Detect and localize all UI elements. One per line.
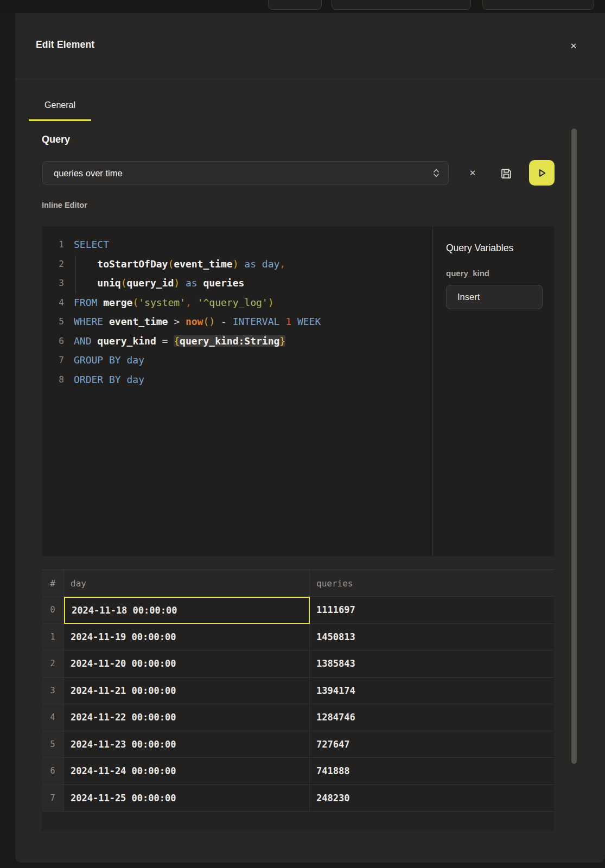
background-toolbar-button[interactable] xyxy=(332,0,471,10)
queries-cell[interactable]: 1450813 xyxy=(310,624,554,651)
run-query-button[interactable] xyxy=(529,160,555,186)
table-header-day: day xyxy=(64,570,310,597)
background-toolbar-button[interactable] xyxy=(268,0,322,10)
day-cell[interactable]: 2024-11-21 00:00:00 xyxy=(64,678,310,705)
queries-cell[interactable]: 1111697 xyxy=(310,597,554,624)
line-number: 1 xyxy=(42,235,64,254)
table-row: 32024-11-21 00:00:001394174 xyxy=(42,678,554,705)
table-row: 62024-11-24 00:00:00741888 xyxy=(42,758,554,785)
line-number: 2 xyxy=(42,254,64,274)
insert-variable-button[interactable]: Insert xyxy=(446,285,543,309)
sql-editor: 1SELECT2 toStartOfDay(event_time) as day… xyxy=(42,226,554,556)
background-toolbar xyxy=(0,0,605,13)
code-line: 5WHERE event_time > now() - INTERVAL 1 W… xyxy=(42,312,432,331)
code-line: 2 toStartOfDay(event_time) as day, xyxy=(42,254,432,274)
modal-scrollbar[interactable] xyxy=(571,129,577,764)
inline-editor-label: Inline Editor xyxy=(42,201,87,209)
row-index-cell[interactable]: 0 xyxy=(42,597,64,624)
header-divider xyxy=(15,79,605,79)
save-button[interactable] xyxy=(498,165,514,182)
table-row: 22024-11-20 00:00:001385843 xyxy=(42,650,554,678)
queries-cell[interactable]: 1394174 xyxy=(310,678,554,705)
line-number: 7 xyxy=(42,350,64,370)
tab-general[interactable]: General xyxy=(29,95,91,121)
indent-guide xyxy=(75,256,76,294)
day-cell[interactable]: 2024-11-23 00:00:00 xyxy=(64,731,310,758)
queries-cell[interactable]: 1385843 xyxy=(310,650,554,678)
code-editor-area[interactable]: 1SELECT2 toStartOfDay(event_time) as day… xyxy=(42,226,432,556)
day-cell[interactable]: 2024-11-20 00:00:00 xyxy=(64,650,310,678)
queries-cell[interactable]: 248230 xyxy=(310,785,554,812)
results-table: # day queries 02024-11-18 00:00:00111169… xyxy=(42,570,554,831)
code-line: 6AND query_kind = {query_kind:String} xyxy=(42,331,432,351)
clear-selection-icon[interactable]: ✕ xyxy=(464,161,481,185)
day-cell[interactable]: 2024-11-22 00:00:00 xyxy=(64,704,310,731)
line-number: 6 xyxy=(42,331,64,351)
row-index-cell[interactable]: 6 xyxy=(42,758,64,785)
table-row: 52024-11-23 00:00:00727647 xyxy=(42,731,554,758)
day-cell[interactable]: 2024-11-24 00:00:00 xyxy=(64,758,310,785)
query-select[interactable]: queries over time xyxy=(42,161,449,185)
code-line: 8ORDER BY day xyxy=(42,370,432,390)
line-number: 4 xyxy=(42,293,64,312)
line-number: 3 xyxy=(42,273,64,293)
code-line: 1SELECT xyxy=(42,235,432,254)
row-index-cell[interactable]: 3 xyxy=(42,678,64,705)
modal-title: Edit Element xyxy=(36,39,94,50)
row-index-cell[interactable]: 7 xyxy=(42,785,64,812)
code-line: 7GROUP BY day xyxy=(42,350,432,370)
code-line: 4FROM merge('system', '^query_log') xyxy=(42,293,432,312)
row-index-cell[interactable]: 5 xyxy=(42,731,64,758)
queries-cell[interactable]: 741888 xyxy=(310,758,554,785)
table-header-row: # day queries xyxy=(42,570,554,597)
day-cell[interactable]: 2024-11-25 00:00:00 xyxy=(64,785,310,812)
chevron-up-down-icon xyxy=(432,167,441,179)
table-footer-strip xyxy=(42,812,554,831)
table-row: 42024-11-22 00:00:001284746 xyxy=(42,704,554,731)
table-row: 72024-11-25 00:00:00248230 xyxy=(42,785,554,812)
line-number: 8 xyxy=(42,370,64,390)
table-header-index: # xyxy=(42,570,64,597)
day-cell[interactable]: 2024-11-19 00:00:00 xyxy=(64,624,310,651)
table-row: 12024-11-19 00:00:001450813 xyxy=(42,624,554,651)
background-toolbar-button[interactable] xyxy=(482,0,594,10)
query-section-heading: Query xyxy=(42,134,70,145)
query-variables-title: Query Variables xyxy=(446,242,542,254)
table-row: 02024-11-18 00:00:001111697 xyxy=(42,597,554,624)
line-number: 5 xyxy=(42,312,64,331)
day-cell[interactable]: 2024-11-18 00:00:00 xyxy=(64,597,310,624)
query-variables-panel: Query Variables query_kind Insert xyxy=(432,226,554,556)
query-select-value: queries over time xyxy=(54,168,432,178)
variable-name-label: query_kind xyxy=(446,269,542,278)
table-header-queries: queries xyxy=(310,570,554,597)
row-index-cell[interactable]: 2 xyxy=(42,650,64,678)
close-icon[interactable]: ✕ xyxy=(565,38,582,54)
row-index-cell[interactable]: 1 xyxy=(42,624,64,651)
code-line: 3 uniq(query_id) as queries xyxy=(42,273,432,293)
queries-cell[interactable]: 727647 xyxy=(310,731,554,758)
row-index-cell[interactable]: 4 xyxy=(42,704,64,731)
floppy-save-icon xyxy=(500,167,513,180)
play-icon xyxy=(537,168,547,178)
edit-element-modal: Edit Element ✕ General Query queries ove… xyxy=(15,13,605,863)
queries-cell[interactable]: 1284746 xyxy=(310,704,554,731)
